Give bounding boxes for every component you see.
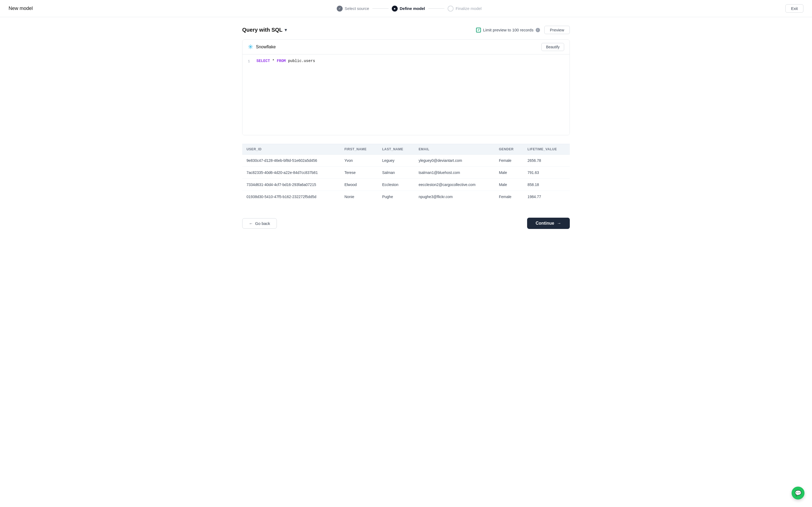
- line-number-1: 1: [248, 59, 250, 63]
- table-cell: Nonie: [340, 191, 378, 203]
- table-cell: 9e830c47-d128-46eb-bf8d-51e602a5d456: [242, 155, 340, 167]
- go-back-button[interactable]: ← Go back: [242, 218, 277, 229]
- step-finalize-model: Finalize model: [448, 6, 482, 11]
- query-selector-label: Query with SQL: [242, 27, 282, 33]
- limit-preview-control: Limit preview to 100 records i: [476, 27, 540, 33]
- continue-label: Continue: [536, 221, 554, 226]
- col-gender: GENDER: [495, 144, 523, 155]
- data-table: USER_ID FIRST_NAME LAST_NAME EMAIL GENDE…: [242, 144, 570, 203]
- app-header: New model ✓ Select source ● Define model…: [0, 0, 812, 17]
- col-last-name: LAST_NAME: [378, 144, 414, 155]
- table-cell: 858.18: [523, 179, 570, 191]
- step-select-source: ✓ Select source: [337, 6, 369, 11]
- table-cell: 791.63: [523, 167, 570, 179]
- table-cell: Male: [495, 179, 523, 191]
- chevron-down-icon: ▾: [285, 27, 287, 33]
- page-footer: ← Go back Continue →: [231, 211, 581, 235]
- limit-preview-checkbox[interactable]: [476, 27, 481, 33]
- sql-table-ref: public.users: [286, 59, 315, 63]
- go-back-label: Go back: [255, 221, 270, 226]
- table-cell: 1984.77: [523, 191, 570, 203]
- continue-button[interactable]: Continue →: [527, 218, 570, 229]
- table-header: USER_ID FIRST_NAME LAST_NAME EMAIL GENDE…: [242, 144, 570, 155]
- beautify-button[interactable]: Beautify: [541, 43, 564, 51]
- snowflake-icon: ✳: [248, 43, 253, 51]
- query-selector[interactable]: Query with SQL ▾: [242, 27, 287, 33]
- table-cell: Female: [495, 191, 523, 203]
- exit-button[interactable]: Exit: [786, 4, 803, 13]
- main-content: Query with SQL ▾ Limit preview to 100 re…: [231, 17, 581, 211]
- table-cell: Terese: [340, 167, 378, 179]
- info-icon[interactable]: i: [536, 28, 540, 32]
- sql-star: *: [270, 59, 277, 63]
- table-cell: eeccleston2@cargocollective.com: [414, 179, 495, 191]
- table-row: 01938d30-5410-47f5-b162-232272f5dd5dNoni…: [242, 191, 570, 203]
- stepper: ✓ Select source ● Define model Finalize …: [337, 6, 482, 11]
- table-cell: Yvon: [340, 155, 378, 167]
- table-cell: Eccleston: [378, 179, 414, 191]
- table-cell: yleguey0@deviantart.com: [414, 155, 495, 167]
- col-email: EMAIL: [414, 144, 495, 155]
- step-define-model-icon: ●: [392, 6, 398, 11]
- toolbar: Query with SQL ▾ Limit preview to 100 re…: [242, 26, 570, 34]
- step-select-source-label: Select source: [345, 6, 369, 11]
- step-connector-1: [372, 8, 388, 9]
- step-finalize-model-label: Finalize model: [456, 6, 482, 11]
- step-connector-2: [428, 8, 444, 9]
- step-define-model-label: Define model: [400, 6, 425, 11]
- preview-button[interactable]: Preview: [544, 26, 570, 34]
- step-finalize-model-icon: [448, 6, 453, 11]
- toolbar-right: Limit preview to 100 records i Preview: [476, 26, 570, 34]
- table-row: 9e830c47-d128-46eb-bf8d-51e602a5d456Yvon…: [242, 155, 570, 167]
- chat-bubble[interactable]: 💬: [792, 487, 805, 500]
- col-lifetime-value: LIFETIME_VALUE: [523, 144, 570, 155]
- table-cell: 2656.78: [523, 155, 570, 167]
- table-cell: Male: [495, 167, 523, 179]
- table-cell: 7334d631-40d4-4cf7-bd16-293fa6a07215: [242, 179, 340, 191]
- editor-header: ✳ Snowflake Beautify: [242, 40, 570, 54]
- table-row: 7ac82335-40d6-4d20-a22e-84d7cc837b81Tere…: [242, 167, 570, 179]
- sql-select-keyword: SELECT: [257, 59, 270, 63]
- sql-from-keyword: FROM: [277, 59, 286, 63]
- go-back-arrow-icon: ←: [249, 221, 253, 226]
- step-select-source-icon: ✓: [337, 6, 343, 11]
- table-cell: Leguey: [378, 155, 414, 167]
- line-numbers: 1: [248, 59, 252, 131]
- col-user-id: USER_ID: [242, 144, 340, 155]
- source-label: Snowflake: [256, 45, 276, 49]
- table-cell: npughe3@flickr.com: [414, 191, 495, 203]
- editor-body[interactable]: 1 SELECT * FROM public.users: [242, 54, 570, 135]
- page-title: New model: [9, 6, 33, 11]
- table-cell: Salman: [378, 167, 414, 179]
- table-cell: Elwood: [340, 179, 378, 191]
- table-cell: 7ac82335-40d6-4d20-a22e-84d7cc837b81: [242, 167, 340, 179]
- continue-arrow-icon: →: [557, 221, 561, 226]
- table-cell: Pughe: [378, 191, 414, 203]
- limit-preview-label: Limit preview to 100 records: [483, 27, 534, 32]
- table-body: 9e830c47-d128-46eb-bf8d-51e602a5d456Yvon…: [242, 155, 570, 203]
- table-cell: Female: [495, 155, 523, 167]
- step-define-model: ● Define model: [392, 6, 425, 11]
- col-first-name: FIRST_NAME: [340, 144, 378, 155]
- table-cell: 01938d30-5410-47f5-b162-232272f5dd5d: [242, 191, 340, 203]
- table-cell: tsalman1@bluehost.com: [414, 167, 495, 179]
- table-row: 7334d631-40d4-4cf7-bd16-293fa6a07215Elwo…: [242, 179, 570, 191]
- snowflake-label: ✳ Snowflake: [248, 43, 276, 51]
- chat-icon: 💬: [795, 490, 802, 496]
- sql-editor: ✳ Snowflake Beautify 1 SELECT * FROM pub…: [242, 40, 570, 135]
- table-header-row: USER_ID FIRST_NAME LAST_NAME EMAIL GENDE…: [242, 144, 570, 155]
- sql-code[interactable]: SELECT * FROM public.users: [257, 59, 564, 131]
